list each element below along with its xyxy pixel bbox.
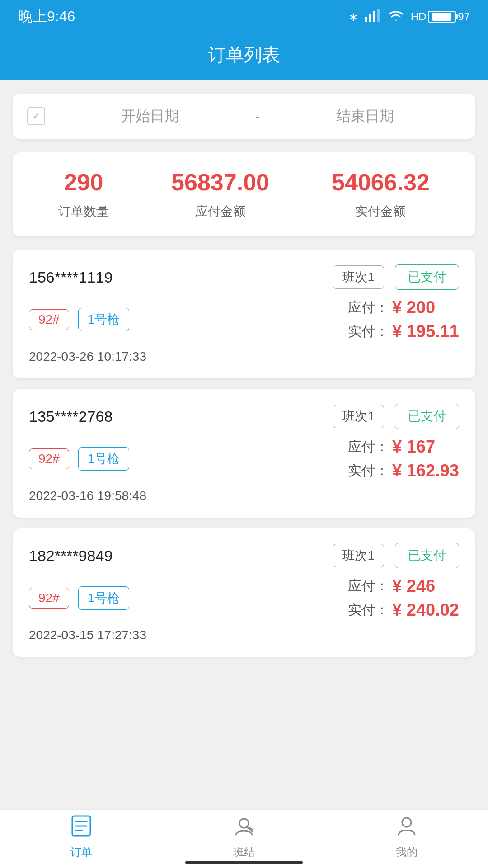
order-card-1[interactable]: 135****2768 班次1 已支付 92# 1号枪 应付： ¥ 167 实付…: [13, 389, 475, 518]
summary-card: 290 订单数量 56837.00 应付金额 54066.32 实付金额: [13, 152, 475, 236]
svg-point-9: [402, 818, 411, 827]
svg-rect-3: [377, 9, 380, 22]
order-phone-1: 135****2768: [29, 408, 113, 425]
order-phone-0: 156****1119: [29, 269, 113, 286]
nav-item-orders[interactable]: 订单: [0, 814, 163, 859]
order-count-label: 订单数量: [58, 203, 109, 220]
order-status-0: 已支付: [395, 264, 459, 290]
nav-label-shift: 班结: [233, 845, 255, 859]
payable-amount-label: 应付金额: [195, 203, 246, 220]
payable-value-1: ¥ 167: [392, 437, 435, 457]
date-checkbox[interactable]: ✓: [27, 107, 45, 125]
page-title: 订单列表: [208, 45, 280, 65]
order-fuel-0: 92#: [29, 309, 69, 330]
payable-label-0: 应付：: [348, 298, 389, 317]
signal-icon: [365, 9, 381, 25]
payable-amount-value: 56837.00: [171, 169, 269, 196]
order-gun-2: 1号枪: [78, 586, 130, 610]
order-shift-0: 班次1: [333, 265, 384, 289]
nav-item-shift[interactable]: 班结: [163, 814, 325, 859]
bottom-nav: 订单 班结 我的: [0, 809, 488, 868]
payable-label-1: 应付：: [348, 438, 389, 456]
order-shift-1: 班次1: [333, 405, 384, 428]
order-datetime-1: 2022-03-16 19:58:48: [29, 489, 146, 503]
nav-label-orders: 订单: [70, 845, 92, 859]
main-content: ✓ 开始日期 - 结束日期 290 订单数量 56837.00 应付金额 540…: [0, 80, 488, 814]
end-date-input[interactable]: 结束日期: [269, 106, 461, 126]
svg-rect-0: [365, 17, 367, 22]
payable-amount-item: 56837.00 应付金额: [171, 169, 269, 220]
payable-value-2: ¥ 246: [392, 576, 435, 596]
order-phone-2: 182****9849: [29, 547, 113, 565]
start-date-input[interactable]: 开始日期: [54, 106, 246, 126]
payable-label-2: 应付：: [348, 577, 389, 595]
paid-label-2: 实付：: [348, 601, 389, 619]
payable-value-0: ¥ 200: [392, 298, 435, 317]
paid-amount-label: 实付金额: [355, 203, 406, 220]
order-datetime-0: 2022-03-26 10:17:33: [29, 349, 146, 363]
order-status-2: 已支付: [395, 543, 459, 568]
nav-label-mine: 我的: [396, 845, 418, 859]
battery-icon: HD 97: [411, 10, 470, 23]
order-count-value: 290: [64, 169, 103, 196]
date-filter[interactable]: ✓ 开始日期 - 结束日期: [13, 94, 475, 139]
wifi-icon: [387, 9, 404, 25]
order-card-2[interactable]: 182****9849 班次1 已支付 92# 1号枪 应付： ¥ 246 实付…: [13, 528, 475, 657]
order-fuel-1: 92#: [29, 448, 69, 469]
status-icons: ∗ HD 97: [348, 9, 470, 25]
checkbox-icon: ✓: [32, 110, 40, 122]
paid-label-0: 实付：: [348, 322, 389, 341]
order-fuel-2: 92#: [29, 588, 69, 609]
status-bar: 晚上9:46 ∗ HD 97: [0, 0, 488, 32]
paid-amount-item: 54066.32 实付金额: [332, 169, 430, 220]
order-gun-0: 1号枪: [78, 308, 130, 331]
paid-label-1: 实付：: [348, 462, 389, 480]
paid-value-1: ¥ 162.93: [392, 461, 459, 481]
order-count-item: 290 订单数量: [58, 169, 109, 220]
date-separator: -: [255, 108, 260, 125]
page-header: 订单列表: [0, 32, 488, 80]
paid-value-0: ¥ 195.11: [392, 322, 459, 341]
bluetooth-icon: ∗: [348, 10, 358, 24]
order-datetime-2: 2022-03-15 17:27:33: [29, 628, 146, 642]
orders-icon: [70, 814, 93, 841]
nav-item-mine[interactable]: 我的: [325, 814, 488, 859]
svg-rect-2: [373, 11, 375, 22]
home-indicator: [185, 861, 303, 864]
shift-icon: [232, 814, 256, 841]
order-gun-1: 1号枪: [78, 447, 130, 471]
status-time: 晚上9:46: [18, 7, 75, 27]
paid-value-2: ¥ 240.02: [392, 600, 459, 620]
order-status-1: 已支付: [395, 404, 459, 429]
svg-rect-1: [369, 14, 371, 22]
order-card-0[interactable]: 156****1119 班次1 已支付 92# 1号枪 应付： ¥ 200 实付…: [13, 250, 475, 378]
order-shift-2: 班次1: [333, 544, 384, 567]
orders-list: 156****1119 班次1 已支付 92# 1号枪 应付： ¥ 200 实付…: [13, 250, 475, 657]
paid-amount-value: 54066.32: [332, 169, 430, 196]
mine-icon: [395, 814, 418, 841]
